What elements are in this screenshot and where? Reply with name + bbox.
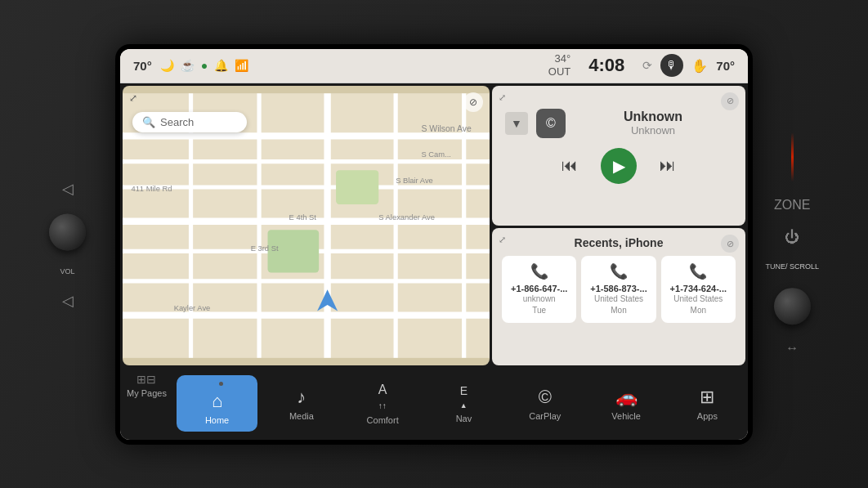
circle-icon: ● (201, 59, 208, 72)
map-panel[interactable]: S Wilson Ave S Cam... S Blair Ave 411 Mi… (123, 86, 490, 365)
media-icon: ♪ (297, 387, 306, 408)
svg-text:E 4th St: E 4th St (289, 212, 317, 221)
next-btn[interactable]: ⏭ (660, 156, 676, 175)
temp-left: 70° (133, 59, 152, 73)
dot-2 (219, 382, 223, 386)
red-indicator (791, 132, 794, 181)
comfort-label: Comfort (367, 415, 399, 425)
time-display: 4:08 (588, 55, 624, 76)
sync-icon: ⟳ (642, 59, 652, 72)
temp-right: 70° (716, 59, 735, 73)
nav-item-vehicle[interactable]: 🚗 Vehicle (585, 380, 666, 428)
call-item-0[interactable]: 📞 +1-866-647-... unknown Tue (502, 256, 576, 323)
vehicle-label: Vehicle (611, 411, 640, 421)
vol-label: VOL (60, 266, 74, 275)
music-content: ▼ © Unknown Unknown (505, 109, 732, 138)
call-number-2: +1-734-624-... (666, 284, 731, 293)
pages-icon: ⊞⊟ (136, 373, 156, 386)
phone-calls: 📞 +1-866-647-... unknown Tue 📞 +1-586-87… (502, 256, 736, 323)
nav-dots (212, 382, 223, 386)
nav-items: ⌂ Home ♪ Media A↑↑ Comfort E▲ Nav (173, 368, 748, 440)
out-temp: 34° OUT (548, 52, 570, 78)
call-info-2: United States Mon (666, 293, 731, 316)
apps-label: Apps (697, 411, 718, 421)
music-title: Unknown (574, 110, 732, 124)
svg-text:E 3rd St: E 3rd St (251, 244, 279, 253)
home-icon: ⌂ (212, 391, 222, 412)
music-controls: ⏮ ▶ ⏭ (505, 148, 732, 184)
moon-icon: 🌙 (160, 59, 174, 72)
media-label: Media (289, 411, 314, 421)
left-top-btn[interactable]: ◁ (62, 179, 74, 197)
svg-rect-14 (336, 170, 378, 204)
music-panel: ⤢ ⊘ ▼ © Unknown Unknown ⏮ ▶ (492, 86, 745, 226)
call-item-1[interactable]: 📞 +1-586-873-... United States Mon (581, 256, 655, 323)
mic-btn[interactable]: 🎙 (660, 54, 683, 77)
vol-knob[interactable] (49, 213, 86, 250)
phone-panel: ⤢ ⊘ Recents, iPhone 📞 +1-866-647-... unk… (492, 228, 745, 365)
screen-outer: 70° 🌙 ☕ ● 🔔 📶 34° OUT 4:08 ⟳ 🎙 ✋ 70 (115, 44, 753, 445)
nav-item-apps[interactable]: ⊞ Apps (667, 380, 748, 428)
hand-icon: ✋ (691, 58, 708, 74)
phone-expand-icon[interactable]: ⤢ (499, 235, 506, 245)
search-icon: 🔍 (142, 116, 155, 128)
zone-label: ZONE (774, 198, 810, 213)
home-label: Home (205, 415, 229, 425)
svg-text:S Wilson Ave: S Wilson Ave (421, 124, 471, 133)
nav-item-comfort[interactable]: A↑↑ Comfort (342, 376, 423, 432)
nav-icon: E▲ (460, 384, 468, 410)
nav-item-nav[interactable]: E▲ Nav (423, 378, 504, 430)
music-artist: Unknown (574, 124, 732, 137)
main-area: S Wilson Ave S Cam... S Blair Ave 411 Mi… (120, 83, 748, 368)
svg-text:Kayler Ave: Kayler Ave (174, 303, 211, 312)
right-controls: ZONE ⏻ TUNE/ SCROLL ↔ (765, 132, 819, 356)
nav-item-home[interactable]: ⌂ Home (177, 375, 257, 432)
dot-1 (212, 382, 216, 386)
carplay-icon: © (539, 387, 552, 408)
car-frame: ◁ VOL ◁ ZONE ⏻ TUNE/ SCROLL ↔ 70° 🌙 ☕ ● … (0, 0, 868, 488)
play-btn[interactable]: ▶ (601, 148, 637, 184)
map-expand-icon[interactable]: ⤢ (129, 92, 137, 104)
bottom-nav: ⊞⊟ My Pages ⌂ Home ♪ Media (120, 368, 748, 440)
right-panels: ⤢ ⊘ ▼ © Unknown Unknown ⏮ ▶ (492, 86, 745, 365)
call-item-2[interactable]: 📞 +1-734-624-... United States Mon (661, 256, 736, 323)
nav-item-carplay[interactable]: © CarPlay (504, 380, 585, 428)
phone-menu-btn[interactable]: ⊘ (721, 235, 739, 253)
nav-item-media[interactable]: ♪ Media (261, 380, 342, 428)
svg-text:411 Mile Rd: 411 Mile Rd (131, 184, 172, 193)
call-icon-1: 📞 (586, 262, 651, 280)
map-menu-btn[interactable]: ⊘ (463, 92, 483, 112)
music-app-icon: © (536, 109, 566, 138)
wifi-icon: 📶 (235, 59, 248, 72)
svg-text:S Cam...: S Cam... (421, 150, 450, 159)
carplay-label: CarPlay (529, 411, 561, 421)
bell-icon: 🔔 (214, 59, 228, 72)
coffee-icon: ☕ (181, 59, 195, 72)
left-bottom-btn[interactable]: ◁ (62, 291, 74, 309)
call-icon-0: 📞 (507, 262, 571, 280)
music-menu-btn[interactable]: ⊘ (721, 92, 739, 110)
vehicle-icon: 🚗 (615, 387, 638, 408)
map-search-box[interactable]: 🔍 Search (132, 112, 247, 132)
call-number-1: +1-586-873-... (586, 284, 651, 293)
prev-btn[interactable]: ⏮ (562, 156, 578, 175)
tune-label: TUNE/ SCROLL (765, 262, 819, 272)
comfort-icon: A↑↑ (378, 383, 387, 412)
svg-text:S Alexander Ave: S Alexander Ave (378, 212, 435, 221)
apps-icon: ⊞ (700, 387, 714, 408)
status-bar: 70° 🌙 ☕ ● 🔔 📶 34° OUT 4:08 ⟳ 🎙 ✋ 70 (120, 49, 748, 83)
music-info: Unknown Unknown (574, 110, 732, 137)
music-expand-icon[interactable]: ⤢ (499, 92, 506, 103)
status-right: 🎙 ✋ 70° (660, 54, 735, 77)
screen: 70° 🌙 ☕ ● 🔔 📶 34° OUT 4:08 ⟳ 🎙 ✋ 70 (120, 49, 748, 440)
call-info-1: United States Mon (586, 293, 651, 316)
call-icon-2: 📞 (666, 262, 731, 280)
music-expand-btn[interactable]: ▼ (505, 112, 528, 135)
search-placeholder: Search (160, 116, 194, 128)
call-info-0: unknown Tue (507, 293, 571, 316)
right-arrow[interactable]: ↔ (785, 341, 799, 356)
pages-label: ⊞⊟ My Pages (120, 368, 173, 440)
power-btn[interactable]: ⏻ (785, 229, 799, 246)
tune-knob[interactable] (774, 288, 811, 325)
status-icons: 🌙 ☕ ● 🔔 📶 (160, 59, 540, 72)
